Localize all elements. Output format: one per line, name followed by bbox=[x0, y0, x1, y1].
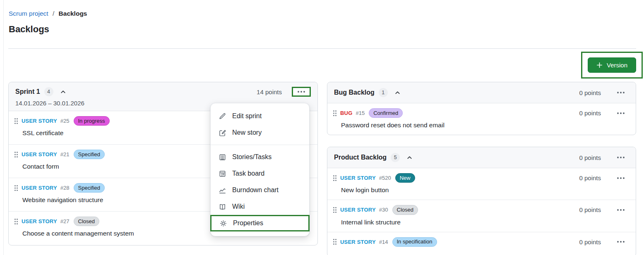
bug-backlog-header: Bug Backlog 1 0 points bbox=[327, 82, 636, 103]
work-package-id: #14 bbox=[379, 239, 388, 245]
work-package-type-link[interactable]: USER STORY bbox=[340, 207, 376, 213]
work-package-type-link[interactable]: USER STORY bbox=[22, 118, 57, 124]
bug-backlog-points: 0 points bbox=[579, 89, 601, 96]
drag-handle-icon[interactable] bbox=[333, 175, 337, 181]
status-badge: New bbox=[395, 173, 415, 183]
work-package-title: Password reset does not send email bbox=[341, 122, 629, 135]
drag-handle-icon[interactable] bbox=[14, 151, 18, 158]
menu-item-label: Wiki bbox=[232, 203, 245, 210]
burndown-chart-icon bbox=[218, 186, 226, 194]
menu-item-label: New story bbox=[232, 129, 262, 136]
breadcrumb-separator: / bbox=[53, 10, 54, 17]
work-package-type-link[interactable]: USER STORY bbox=[22, 151, 57, 157]
row-points: 0 points bbox=[579, 110, 601, 117]
product-backlog-count-badge: 5 bbox=[391, 153, 400, 162]
work-package-id: #30 bbox=[379, 207, 388, 213]
sprint-collapse-button[interactable] bbox=[59, 88, 67, 96]
chevron-up-icon bbox=[394, 90, 401, 96]
status-badge: In progress bbox=[74, 116, 110, 126]
status-badge: Specified bbox=[74, 183, 105, 193]
plus-icon bbox=[596, 62, 603, 68]
work-package-type-link[interactable]: USER STORY bbox=[22, 185, 57, 191]
wiki-icon bbox=[218, 203, 226, 211]
ellipsis-icon bbox=[617, 91, 625, 94]
menu-divider bbox=[211, 145, 309, 145]
sprint-title: Sprint 1 bbox=[15, 88, 40, 95]
content-left-border bbox=[3, 0, 4, 255]
drag-handle-icon[interactable] bbox=[14, 118, 18, 124]
bug-backlog-panel: Bug Backlog 1 0 points BUG #15 Confirmed… bbox=[327, 82, 636, 135]
work-package-id: #28 bbox=[60, 185, 70, 191]
menu-item-label: Burndown chart bbox=[232, 186, 279, 194]
menu-item-new-story[interactable]: New story bbox=[211, 124, 309, 141]
status-badge: Confirmed bbox=[369, 108, 403, 118]
row-menu-button[interactable] bbox=[613, 174, 629, 182]
pencil-icon bbox=[218, 112, 226, 120]
status-badge: Closed bbox=[74, 217, 99, 226]
drag-handle-icon[interactable] bbox=[333, 207, 337, 213]
stories-tasks-icon bbox=[218, 153, 226, 161]
ellipsis-icon bbox=[297, 91, 305, 93]
bug-backlog-count-badge: 1 bbox=[379, 88, 388, 97]
drag-handle-icon[interactable] bbox=[14, 185, 18, 191]
row-menu-button[interactable] bbox=[613, 238, 629, 245]
product-backlog-menu-button[interactable] bbox=[613, 154, 629, 161]
product-backlog-panel: Product Backlog 5 0 points USER STORY #5… bbox=[327, 147, 636, 255]
bug-backlog-title: Bug Backlog bbox=[334, 89, 375, 96]
row-points: 0 points bbox=[579, 238, 601, 245]
product-backlog-title: Product Backlog bbox=[334, 154, 387, 161]
sprint-count-badge: 4 bbox=[44, 87, 53, 96]
product-backlog-collapse-button[interactable] bbox=[406, 154, 413, 162]
annotation-box-version: Version bbox=[581, 52, 643, 79]
chevron-up-icon bbox=[60, 89, 66, 95]
menu-item-wiki[interactable]: Wiki bbox=[211, 198, 309, 215]
menu-item-label: Task board bbox=[232, 170, 264, 177]
bug-backlog-collapse-button[interactable] bbox=[394, 89, 401, 97]
menu-item-label: Properties bbox=[233, 219, 263, 227]
sprint-context-menu: Edit sprint New story Stories/Tasks Task… bbox=[210, 103, 310, 236]
annotation-box-properties: Properties bbox=[210, 215, 310, 231]
row-menu-button[interactable] bbox=[613, 206, 629, 214]
work-package-type-link[interactable]: USER STORY bbox=[340, 175, 376, 181]
add-version-button[interactable]: Version bbox=[588, 57, 636, 73]
work-package-type-link[interactable]: BUG bbox=[340, 110, 353, 116]
work-package-title: Internal link structure bbox=[341, 219, 629, 232]
bug-row[interactable]: BUG #15 Confirmed 0 points Password rese… bbox=[327, 103, 636, 135]
ellipsis-icon bbox=[617, 112, 625, 114]
ellipsis-icon bbox=[617, 209, 625, 211]
row-menu-button[interactable] bbox=[613, 110, 629, 117]
story-row[interactable]: USER STORY #520 New 0 points New login b… bbox=[327, 168, 636, 200]
work-package-type-link[interactable]: USER STORY bbox=[22, 218, 57, 224]
sprint-menu-button[interactable] bbox=[293, 88, 310, 95]
menu-item-properties[interactable]: Properties bbox=[211, 216, 308, 230]
status-badge: In specification bbox=[392, 237, 437, 247]
annotation-box-sprint-menu bbox=[292, 87, 311, 97]
drag-handle-icon[interactable] bbox=[333, 238, 337, 245]
chevron-up-icon bbox=[406, 155, 413, 161]
sprint-points: 14 points bbox=[257, 88, 282, 95]
bug-backlog-menu-button[interactable] bbox=[613, 89, 629, 96]
product-backlog-header: Product Backlog 5 0 points bbox=[327, 147, 636, 168]
menu-item-task-board[interactable]: Task board bbox=[211, 165, 309, 182]
story-row[interactable]: USER STORY #30 Closed 0 points Internal … bbox=[327, 200, 636, 232]
drag-handle-icon[interactable] bbox=[14, 218, 18, 225]
header-divider bbox=[8, 48, 636, 49]
row-points: 0 points bbox=[579, 206, 601, 213]
menu-item-label: Stories/Tasks bbox=[232, 153, 272, 161]
gear-icon bbox=[219, 219, 227, 227]
drag-handle-icon[interactable] bbox=[333, 110, 337, 117]
status-badge: Closed bbox=[392, 205, 418, 214]
breadcrumb: Scrum project / Backlogs bbox=[9, 10, 87, 17]
story-row[interactable]: USER STORY #14 In specification 0 points bbox=[327, 232, 636, 255]
ellipsis-icon bbox=[617, 177, 625, 179]
page-title: Backlogs bbox=[9, 24, 49, 35]
product-backlog-points: 0 points bbox=[579, 154, 601, 161]
add-version-label: Version bbox=[607, 62, 627, 69]
menu-item-edit-sprint[interactable]: Edit sprint bbox=[211, 108, 309, 124]
breadcrumb-project-link[interactable]: Scrum project bbox=[9, 10, 48, 17]
menu-item-burndown-chart[interactable]: Burndown chart bbox=[211, 182, 309, 198]
menu-item-stories-tasks[interactable]: Stories/Tasks bbox=[211, 149, 309, 165]
work-package-id: #520 bbox=[379, 175, 391, 181]
breadcrumb-current: Backlogs bbox=[59, 10, 87, 17]
work-package-type-link[interactable]: USER STORY bbox=[340, 239, 376, 245]
